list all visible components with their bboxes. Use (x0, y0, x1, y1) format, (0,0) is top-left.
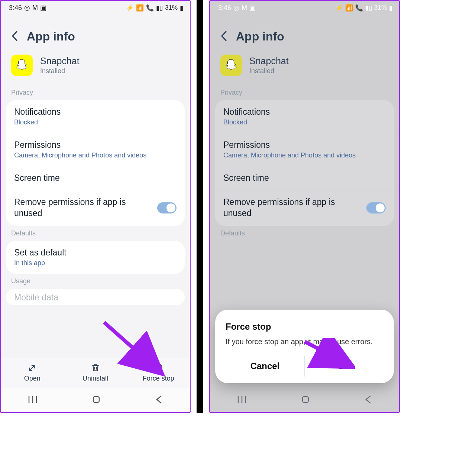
wifi-icon: 📶 (136, 4, 144, 12)
status-time: 3:46 (218, 4, 231, 12)
app-status: Installed (249, 67, 289, 75)
row-screen-time[interactable]: Screen time (6, 166, 185, 190)
toggle-remove-permissions[interactable] (157, 202, 177, 213)
battery-text: 31% (165, 4, 178, 12)
svg-rect-1 (93, 397, 99, 402)
snapchat-icon (11, 55, 33, 76)
nav-back-button[interactable] (155, 395, 163, 406)
row-title: Set as default (14, 248, 177, 258)
android-nav-bar (210, 388, 399, 412)
force-stop-dialog: Force stop If you force stop an app, it … (215, 310, 394, 383)
app-summary: Snapchat Installed (1, 51, 190, 85)
battery-saver-icon: ⚡ (126, 4, 134, 12)
row-title: Screen time (14, 173, 177, 183)
volte-icon: 📞 (355, 4, 363, 12)
gmail-icon: M (242, 4, 247, 12)
gmail-icon: M (32, 4, 38, 12)
action-label: Uninstall (82, 375, 108, 382)
battery-saver-icon: ⚡ (335, 4, 343, 12)
row-sub: Camera, Microphone and Photos and videos (223, 151, 386, 159)
app-name: Snapchat (249, 56, 289, 66)
nav-back-button[interactable] (364, 395, 372, 406)
row-set-default[interactable]: Set as default In this app (6, 241, 185, 274)
battery-icon: ▮ (180, 4, 183, 12)
app-status: Installed (40, 67, 80, 75)
section-usage-label: Usage (1, 274, 190, 289)
section-defaults-label: Defaults (1, 226, 190, 241)
force-stop-button[interactable]: Force stop (127, 361, 190, 384)
usage-card: Mobile data (6, 289, 185, 305)
image-divider (197, 0, 203, 413)
dialog-title: Force stop (226, 322, 383, 332)
uninstall-button[interactable]: Uninstall (64, 361, 127, 384)
row-title: Mobile data (14, 293, 177, 303)
battery-icon: ▮ (389, 4, 392, 12)
phone-left: 3:46 ◎ M ▣ ⚡ 📶 📞 ▮▯ 31% ▮ App info (0, 0, 191, 413)
photos-icon: ▣ (249, 4, 256, 12)
wifi-icon: 📶 (345, 4, 353, 12)
photos-icon: ▣ (40, 4, 46, 12)
screen: 3:46 ◎ M ▣ ⚡ 📶 📞 ▮▯ 31% ▮ App info (1, 1, 190, 412)
row-sub: Camera, Microphone and Photos and videos (14, 151, 177, 159)
row-title: Permissions (14, 140, 177, 150)
recents-button[interactable] (237, 395, 247, 405)
instagram-icon: ◎ (24, 4, 30, 12)
app-name: Snapchat (40, 56, 80, 66)
snapchat-icon (220, 55, 242, 76)
header: App info (1, 13, 190, 51)
action-label: Open (24, 375, 41, 382)
home-button[interactable] (91, 395, 101, 406)
row-notifications[interactable]: Notifications Blocked (215, 100, 394, 133)
page-title: App info (27, 30, 75, 43)
action-label: Force stop (143, 375, 174, 382)
home-button[interactable] (301, 395, 310, 406)
privacy-card: Notifications Blocked Permissions Camera… (6, 100, 185, 226)
signal-icon: ▮▯ (365, 4, 372, 12)
signal-icon: ▮▯ (156, 4, 163, 12)
ok-button[interactable]: OK (304, 356, 383, 376)
recents-button[interactable] (28, 395, 38, 405)
privacy-card: Notifications Blocked Permissions Camera… (215, 100, 394, 226)
trash-icon (91, 363, 100, 372)
row-permissions[interactable]: Permissions Camera, Microphone and Photo… (6, 133, 185, 166)
bottom-action-bar: Open Uninstall Force stop (1, 358, 190, 388)
android-nav-bar (1, 388, 190, 412)
row-mobile-data[interactable]: Mobile data (6, 289, 185, 305)
header: App info (210, 13, 399, 51)
volte-icon: 📞 (146, 4, 154, 12)
row-sub: Blocked (223, 118, 386, 126)
section-defaults-label: Defaults (210, 226, 399, 241)
page-title: App info (236, 30, 284, 43)
section-privacy-label: Privacy (1, 85, 190, 100)
row-title: Notifications (223, 107, 386, 117)
row-title: Permissions (223, 140, 386, 150)
row-screen-time[interactable]: Screen time (215, 166, 394, 190)
open-button[interactable]: Open (1, 361, 64, 384)
battery-text: 31% (374, 4, 387, 12)
section-privacy-label: Privacy (210, 85, 399, 100)
row-title: Screen time (223, 173, 386, 183)
row-title: Remove permissions if app is unused (14, 197, 140, 219)
open-icon (27, 363, 37, 372)
row-remove-permissions[interactable]: Remove permissions if app is unused (6, 190, 185, 226)
row-notifications[interactable]: Notifications Blocked (6, 100, 185, 133)
defaults-card: Set as default In this app (6, 241, 185, 274)
row-remove-permissions[interactable]: Remove permissions if app is unused (215, 190, 394, 226)
app-summary: Snapchat Installed (210, 51, 399, 85)
back-button[interactable] (220, 31, 228, 43)
row-permissions[interactable]: Permissions Camera, Microphone and Photo… (215, 133, 394, 166)
cancel-button[interactable]: Cancel (226, 356, 304, 376)
instagram-icon: ◎ (233, 4, 239, 12)
row-title: Notifications (14, 107, 177, 117)
stop-icon (153, 363, 163, 372)
status-bar: 3:46 ◎ M ▣ ⚡ 📶 📞 ▮▯ 31% ▮ (210, 1, 399, 13)
row-sub: Blocked (14, 118, 177, 126)
dialog-body: If you force stop an app, it may cause e… (226, 336, 383, 347)
screen: 3:46 ◎ M ▣ ⚡ 📶 📞 ▮▯ 31% ▮ App info (210, 1, 399, 412)
phone-right: 3:46 ◎ M ▣ ⚡ 📶 📞 ▮▯ 31% ▮ App info (209, 0, 400, 413)
status-time: 3:46 (9, 4, 22, 12)
toggle-remove-permissions[interactable] (366, 202, 386, 213)
back-button[interactable] (11, 31, 19, 43)
status-bar: 3:46 ◎ M ▣ ⚡ 📶 📞 ▮▯ 31% ▮ (1, 1, 190, 13)
row-sub: In this app (14, 259, 177, 267)
